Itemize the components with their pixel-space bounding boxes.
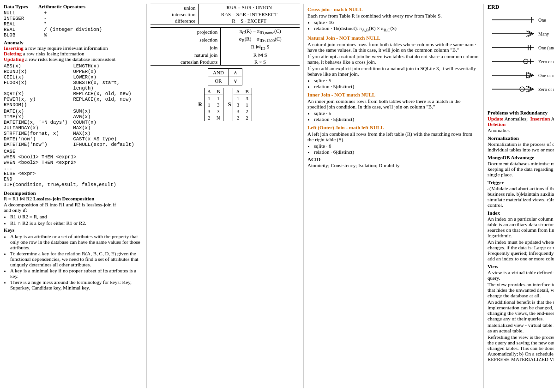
column-1: Data Types | Arithmetic Operators NULL I… — [4, 4, 147, 388]
r-table: A B 1 1 1 3 3 3 — [204, 88, 223, 121]
date-functions-grid: DATE(x) SUM(x) TIME(x) AVG(x) DATETIME(x… — [4, 109, 143, 147]
acid-section: ACID Atomicity; Consistency; Isolation; … — [307, 157, 480, 168]
erd-section: ERD One Many One (and only one) — [488, 4, 554, 108]
svg-text:One: One — [538, 18, 546, 23]
svg-text:Zero or many: Zero or many — [538, 87, 554, 92]
natural-join-section: Natural Join - NOT match NULL A natural … — [307, 35, 480, 89]
cross-join-section: Cross join - match NULL Each row from Ta… — [307, 6, 480, 32]
keys-section: Keys A key is an attribute or a set of a… — [4, 227, 143, 290]
r-label: R — [198, 101, 202, 108]
redundancy-section: Problems with Redundancy Update Anomalie… — [488, 110, 554, 133]
data-types-list: NULL INTEGER REAL REAL BLOB — [4, 10, 31, 38]
svg-text:Zero or one: Zero or one — [538, 59, 554, 64]
set-ops-table: union R∪S = S∪R · UNION intersection R∩S… — [151, 4, 300, 24]
operators-list: + - * / (integer division) % — [39, 10, 102, 38]
functions-grid: ABS(x) LENGTH(x) ROUND(x) UPPER(x) CEIL(… — [4, 63, 143, 108]
case-statement: CASE WHEN <bool1> THEN <expr1> WHEN <boo… — [4, 149, 143, 189]
svg-text:Many: Many — [538, 31, 549, 36]
left-join-section: Left (Outer) Join - math left NULL A lef… — [307, 125, 480, 155]
erd-diagram: One Many One (and only one) Zero or on — [488, 12, 554, 105]
view-section: View A view is a virtual table defined u… — [488, 264, 554, 362]
svg-text:One or many: One or many — [538, 73, 554, 78]
column-4: ERD One Many One (and only one) — [484, 4, 554, 388]
anomaly-section: Anomaly Inserting a row may require irre… — [4, 40, 143, 62]
index-section: Index An index on a particular column in… — [488, 210, 554, 261]
column-3: Cross join - match NULL Each row from Ta… — [304, 4, 484, 388]
column-2: union R∪S = S∪R · UNION intersection R∩S… — [147, 4, 304, 388]
mongodb-section: MongoDB Advantage Document databases min… — [488, 155, 554, 177]
s-table: A B 1 3 3 1 3 2 — [233, 88, 252, 121]
inner-join-section: Inner Join - NOT match NULL An inner joi… — [307, 92, 480, 122]
normalization-section: Normalization Normalization is the proce… — [488, 135, 554, 152]
rel-algebra-table: projection πC(R) − πID,name(C) selection… — [151, 27, 300, 66]
data-types-label: Data Types — [4, 4, 28, 9]
decomposition-section: Decomposition R = R1 ⋈ R2 Lossless-join … — [4, 190, 143, 226]
s-label: S — [228, 101, 231, 108]
and-or-table: AND ∧ OR ∨ — [151, 68, 300, 85]
trigger-section: Trigger a)Validate and abort actions if … — [488, 180, 554, 208]
arithmetic-ops-label: Arithmetic Operators — [38, 4, 85, 9]
rs-tables: R A B 1 1 1 3 3 3 — [151, 88, 300, 121]
svg-text:One (and only one): One (and only one) — [538, 45, 554, 51]
